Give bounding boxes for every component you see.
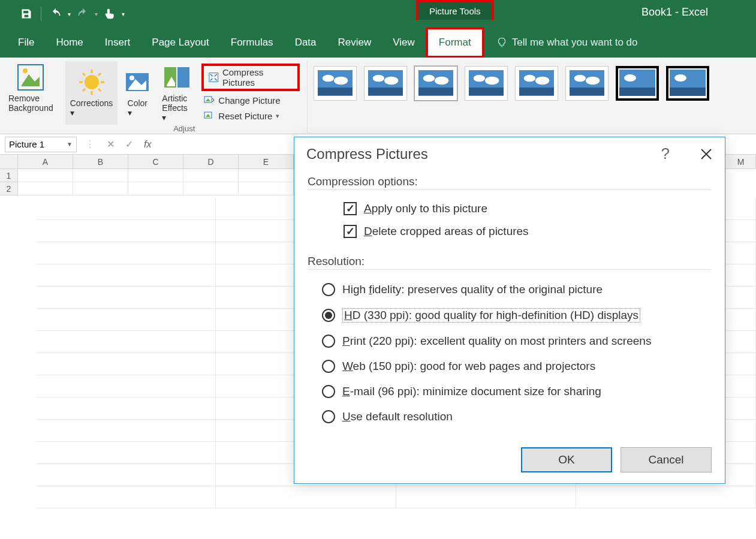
apply-only-checkbox-row[interactable]: Apply only to this picture [308, 197, 712, 220]
corrections-button[interactable]: Corrections▾ [65, 61, 118, 125]
color-label: Color▾ [128, 98, 147, 118]
redo-dropdown-icon[interactable]: ▾ [95, 11, 98, 17]
svg-point-45 [586, 77, 600, 85]
tab-view[interactable]: View [382, 29, 426, 56]
picture-style-4[interactable] [465, 66, 508, 101]
name-box[interactable]: Picture 1 ▼ [5, 137, 77, 152]
radio-print[interactable]: Print (220 ppi): excellent quality on mo… [308, 329, 712, 354]
quick-access-toolbar: ▾ ▾ ▾ [0, 7, 125, 21]
reset-dropdown-icon[interactable]: ▾ [276, 112, 279, 120]
radio-high-fidelity-input[interactable] [322, 283, 335, 296]
radio-hd-label: HD (330 ppi): good quality for high-defi… [342, 308, 640, 323]
cancel-button[interactable]: Cancel [621, 447, 712, 472]
undo-icon[interactable] [49, 7, 63, 21]
touch-dropdown-icon[interactable]: ▾ [122, 11, 125, 17]
compress-pictures-button[interactable]: Compress Pictures [206, 66, 294, 89]
radio-high-fidelity-label: High fidelity: preserves quality of the … [342, 283, 603, 296]
change-picture-label: Change Picture [218, 95, 280, 106]
save-icon[interactable] [19, 7, 34, 21]
radio-email[interactable]: E-mail (96 ppi): minimize document size … [308, 379, 712, 404]
apply-only-checkbox[interactable] [344, 202, 357, 215]
cell[interactable] [239, 182, 294, 195]
radio-high-fidelity[interactable]: High fidelity: preserves quality of the … [308, 277, 712, 302]
reset-picture-button[interactable]: Reset Picture ▾ [201, 109, 299, 122]
tab-data[interactable]: Data [284, 29, 327, 56]
picture-style-3[interactable] [414, 66, 457, 101]
cell[interactable] [73, 182, 128, 195]
col-header-A[interactable]: A [18, 155, 73, 168]
picture-style-7[interactable] [616, 66, 659, 101]
name-box-dropdown-icon[interactable]: ▼ [67, 141, 73, 147]
svg-rect-34 [418, 88, 453, 96]
compress-pictures-label: Compress Pictures [222, 67, 293, 88]
tab-review[interactable]: Review [327, 29, 382, 56]
picture-style-6[interactable] [565, 66, 609, 101]
svg-point-40 [523, 75, 535, 82]
tab-file[interactable]: File [11, 29, 45, 56]
tab-format[interactable]: Format [428, 29, 482, 56]
delete-cropped-checkbox-row[interactable]: Delete cropped areas of pictures [308, 220, 712, 243]
col-header-M[interactable]: M [726, 155, 756, 168]
cell[interactable] [183, 182, 239, 195]
col-header-E[interactable]: E [239, 155, 294, 168]
svg-point-24 [322, 75, 333, 82]
select-all-corner[interactable] [0, 155, 18, 168]
artistic-effects-button[interactable]: ArtisticEffects ▾ [157, 61, 197, 125]
picture-style-2[interactable] [364, 66, 407, 101]
radio-email-label: E-mail (96 ppi): minimize document size … [342, 385, 601, 398]
tab-home[interactable]: Home [45, 29, 94, 56]
remove-background-button[interactable]: RemoveBackground [4, 61, 58, 115]
delete-cropped-checkbox[interactable] [344, 225, 357, 238]
radio-print-input[interactable] [322, 335, 335, 348]
cell[interactable] [239, 169, 294, 182]
cell[interactable] [18, 182, 73, 195]
app-title: Book1 - Excel [641, 6, 708, 19]
tab-format-highlight: Format [426, 27, 484, 58]
radio-hd-input[interactable] [322, 309, 335, 322]
cell[interactable] [18, 169, 73, 182]
redo-icon[interactable] [76, 7, 90, 21]
cell[interactable] [128, 182, 183, 195]
radio-default-input[interactable] [322, 410, 335, 423]
col-header-D[interactable]: D [183, 155, 239, 168]
tell-me-search[interactable]: Tell me what you want to do [496, 37, 638, 49]
color-button[interactable]: Color▾ [119, 61, 156, 125]
tab-page-layout[interactable]: Page Layout [141, 29, 219, 56]
cancel-formula-icon[interactable]: ✕ [107, 138, 115, 150]
ribbon: RemoveBackground Corrections▾ Color▾ Art… [0, 58, 756, 134]
enter-formula-icon[interactable]: ✓ [125, 138, 133, 150]
radio-hd[interactable]: HD (330 ppi): good quality for high-defi… [308, 302, 712, 329]
change-picture-button[interactable]: Change Picture [201, 94, 299, 107]
row-header-1[interactable]: 1 [0, 169, 18, 182]
col-header-C[interactable]: C [128, 155, 183, 168]
picture-style-5[interactable] [515, 66, 558, 101]
row-header-2[interactable]: 2 [0, 182, 18, 195]
cell[interactable] [183, 169, 239, 182]
svg-line-8 [83, 73, 85, 76]
picture-style-8[interactable] [666, 66, 709, 101]
dialog-buttons: OK Cancel [294, 440, 725, 483]
radio-email-input[interactable] [322, 385, 335, 398]
fx-label[interactable]: fx [144, 139, 151, 150]
svg-point-32 [423, 75, 434, 82]
cell[interactable] [73, 169, 128, 182]
touch-mode-icon[interactable] [103, 7, 117, 21]
svg-rect-46 [570, 88, 604, 96]
help-button[interactable]: ? [661, 144, 670, 163]
cell[interactable] [128, 169, 183, 182]
resolution-heading: Resolution: [308, 255, 712, 270]
tab-formulas[interactable]: Formulas [220, 29, 284, 56]
undo-dropdown-icon[interactable]: ▾ [68, 11, 71, 17]
col-header-B[interactable]: B [73, 155, 128, 168]
radio-web-input[interactable] [322, 360, 335, 373]
tab-insert[interactable]: Insert [94, 29, 141, 56]
radio-default[interactable]: Use default resolution [308, 404, 712, 429]
ok-button[interactable]: OK [521, 447, 612, 472]
radio-web[interactable]: Web (150 ppi): good for web pages and pr… [308, 354, 712, 379]
picture-style-1[interactable] [314, 66, 357, 101]
svg-point-14 [129, 76, 134, 80]
close-icon[interactable] [700, 147, 713, 161]
svg-rect-49 [619, 88, 655, 96]
svg-marker-20 [206, 98, 210, 101]
svg-line-11 [98, 73, 101, 76]
